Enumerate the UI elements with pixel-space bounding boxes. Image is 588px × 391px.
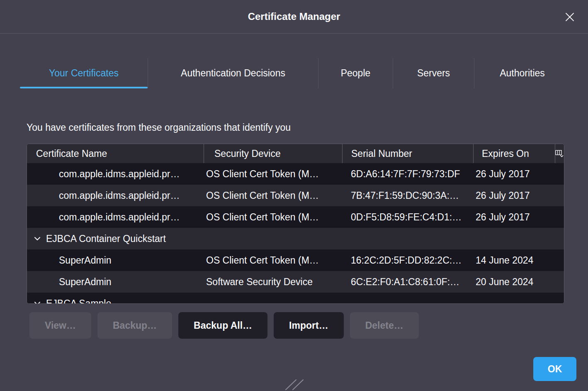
action-buttons: View… Backup… Backup All… Import… Delete… [29, 312, 419, 339]
table-row[interactable]: com.apple.idms.appleid.pr… OS Client Cer… [27, 206, 564, 228]
cell-certificate-name: com.apple.idms.appleid.pr… [27, 169, 204, 180]
import-button[interactable]: Import… [274, 312, 344, 339]
tab-label: Authorities [500, 68, 545, 79]
column-picker-button[interactable] [555, 144, 564, 163]
cell-serial-number: 6D:A6:14:7F:7F:79:73:DF [342, 169, 473, 180]
backup-button[interactable]: Backup… [97, 312, 172, 339]
cell-serial-number: 7B:47:F1:59:DC:90:3A:… [342, 190, 473, 201]
cell-certificate-name: SuperAdmin [27, 255, 204, 266]
cell-security-device: Software Security Device [204, 276, 342, 288]
cell-expires-on: 14 June 2024 [473, 255, 555, 266]
table-header: Certificate Name Security Device Serial … [27, 144, 564, 163]
tab-label: Authentication Decisions [181, 68, 285, 79]
group-row-partial[interactable]: EJBCA Sample [27, 293, 564, 304]
column-header-expires-on[interactable]: Expires On [473, 144, 555, 163]
tab-label: Servers [417, 68, 450, 79]
tab-label: People [341, 68, 371, 79]
table-row[interactable]: com.apple.idms.appleid.pr… OS Client Cer… [27, 185, 564, 206]
column-picker-icon [555, 150, 564, 157]
column-header-serial-number[interactable]: Serial Number [342, 144, 473, 163]
cell-expires-on: 26 July 2017 [473, 169, 555, 180]
resize-grip-icon [284, 379, 309, 391]
tab-authentication-decisions[interactable]: Authentication Decisions [148, 58, 318, 88]
table-row[interactable]: com.apple.idms.appleid.pr… OS Client Cer… [27, 163, 564, 185]
chevron-down-icon[interactable] [34, 237, 41, 241]
cell-certificate-name: com.apple.idms.appleid.pr… [27, 212, 204, 223]
group-label: EJBCA Sample [46, 298, 111, 304]
table-row[interactable]: SuperAdmin Software Security Device 6C:E… [27, 271, 564, 293]
group-label: EJBCA Container Quickstart [46, 233, 166, 244]
column-header-label: Expires On [482, 148, 529, 159]
tab-servers[interactable]: Servers [393, 58, 474, 88]
tab-authorities[interactable]: Authorities [474, 58, 570, 88]
column-header-label: Certificate Name [36, 148, 107, 159]
cell-expires-on: 26 July 2017 [473, 212, 555, 223]
tab-label: Your Certificates [49, 68, 119, 79]
tab-bar: Your Certificates Authentication Decisio… [20, 58, 570, 88]
certificates-table: Certificate Name Security Device Serial … [27, 144, 564, 304]
cell-certificate-name: SuperAdmin [27, 276, 204, 288]
intro-text: You have certificates from these organiz… [27, 122, 291, 133]
cell-expires-on: 26 July 2017 [473, 190, 555, 201]
backup-all-button[interactable]: Backup All… [178, 312, 267, 339]
column-header-security-device[interactable]: Security Device [204, 144, 342, 163]
close-icon [564, 12, 575, 22]
cell-serial-number: 0D:F5:D8:59:FE:C4:D1:… [342, 212, 473, 223]
cell-security-device: OS Client Cert Token (M… [204, 212, 342, 223]
close-button[interactable] [563, 10, 576, 24]
table-body: com.apple.idms.appleid.pr… OS Client Cer… [27, 163, 564, 304]
delete-button[interactable]: Delete… [350, 312, 419, 339]
cell-serial-number: 6C:E2:F0:A1:C8:61:0F:… [342, 276, 473, 288]
cell-security-device: OS Client Cert Token (M… [204, 190, 342, 201]
ok-button[interactable]: OK [533, 357, 576, 381]
table-row[interactable]: SuperAdmin OS Client Cert Token (M… 16:2… [27, 249, 564, 271]
titlebar: Certificate Manager [0, 0, 588, 34]
cell-certificate-name: com.apple.idms.appleid.pr… [27, 190, 204, 201]
view-button[interactable]: View… [29, 312, 91, 339]
group-row-ejbca-container-quickstart[interactable]: EJBCA Container Quickstart [27, 228, 564, 249]
cell-security-device: OS Client Cert Token (M… [204, 255, 342, 266]
cell-security-device: OS Client Cert Token (M… [204, 169, 342, 180]
column-header-label: Security Device [214, 148, 281, 159]
column-header-certificate-name[interactable]: Certificate Name [27, 144, 204, 163]
column-header-label: Serial Number [351, 148, 412, 159]
resize-grip[interactable] [284, 379, 309, 391]
cell-expires-on: 20 June 2024 [473, 276, 555, 288]
chevron-down-icon[interactable] [34, 301, 41, 304]
tab-your-certificates[interactable]: Your Certificates [20, 58, 148, 88]
dialog-title: Certificate Manager [248, 11, 340, 22]
cell-serial-number: 16:2C:2D:5F:DD:82:2C:… [342, 255, 473, 266]
tab-people[interactable]: People [318, 58, 393, 88]
